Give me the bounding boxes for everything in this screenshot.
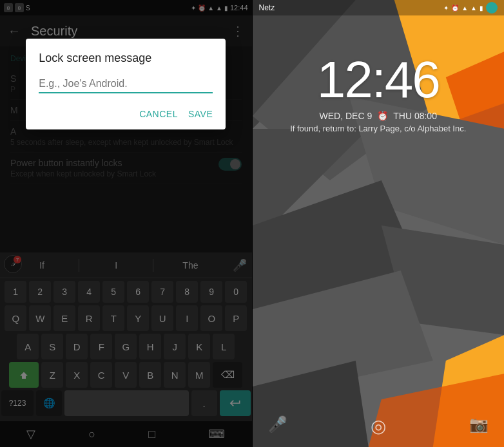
right-bluetooth-icon: ✦ [443,5,449,12]
right-panel: Netz ✦ ⏰ ▲ ▲ ▮ 12:46 WED, DEC 9 ⏰ THU 08… [253,0,505,447]
right-status-icons: ✦ ⏰ ▲ ▲ ▮ [443,2,498,14]
lock-date: WED, DEC 9 ⏰ THU 08:00 [320,111,437,121]
lock-message: If found, return to: Larry Page, c/o Alp… [277,124,479,133]
lock-mic-icon[interactable]: 🎤 [268,415,287,437]
left-panel: 8 8 S ✦ ⏰ ▲ ▲ ▮ 12:44 ← Security ⋮ Devic… [0,0,252,447]
dialog-input-wrapper [39,75,213,93]
lock-screen-message-dialog: Lock screen message CANCEL SAVE [26,39,226,129]
dialog-actions: CANCEL SAVE [39,106,213,122]
lock-bottom-icons: 🎤 ◎ 📷 [253,415,505,437]
lock-screen-content: 12:46 WED, DEC 9 ⏰ THU 08:00 If found, r… [253,15,505,447]
lock-camera-icon[interactable]: 📷 [469,415,489,437]
right-alarm-icon: ⏰ [451,5,459,12]
lock-alarm-time: THU 08:00 [393,111,437,121]
lock-date-text: WED, DEC 9 [320,111,373,121]
lock-fingerprint-icon[interactable]: ◎ [371,415,386,437]
lock-time: 12:46 [317,54,440,106]
user-avatar[interactable] [486,2,498,14]
save-button[interactable]: SAVE [188,106,213,122]
alarm-icon-lock: ⏰ [377,111,388,121]
dialog-title: Lock screen message [39,52,213,65]
right-status-bar: Netz ✦ ⏰ ▲ ▲ ▮ [253,0,505,15]
right-wifi-icon: ▲ [461,5,468,12]
lock-message-input[interactable] [39,75,213,92]
cancel-button[interactable]: CANCEL [139,106,178,122]
right-battery-icon: ▮ [480,5,483,12]
right-signal-icon: ▲ [470,5,477,12]
carrier-label: Netz [259,3,275,12]
dialog-overlay: Lock screen message CANCEL SAVE [0,0,252,447]
